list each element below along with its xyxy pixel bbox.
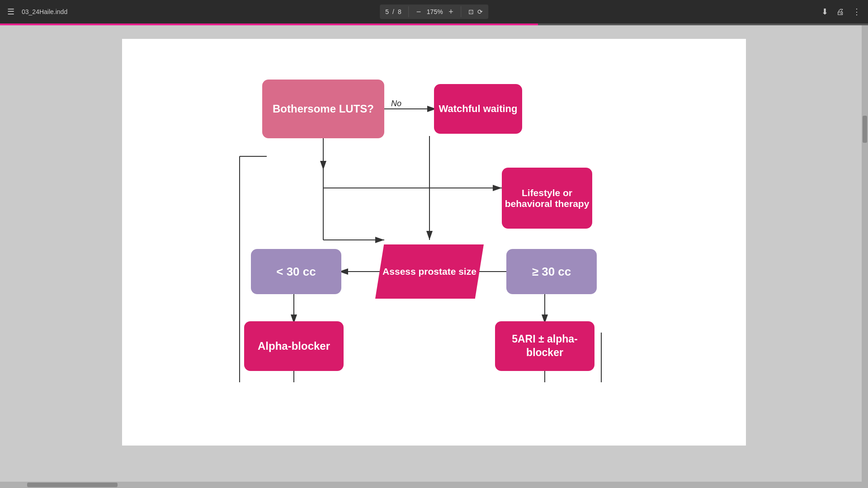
page-current: 5 <box>385 8 389 15</box>
zoom-out-button[interactable]: − <box>416 7 421 17</box>
less-30cc-box: < 30 cc <box>251 249 341 294</box>
toolbar: ☰ 03_24Haile.indd 5 / 8 − 175% + ⊡ ⟳ ⬇ 🖨… <box>0 0 868 23</box>
more-options-icon[interactable]: ⋮ <box>853 7 861 17</box>
scrollbar-bottom[interactable] <box>0 482 868 488</box>
page-total: 8 <box>398 8 401 15</box>
page-navigation: 5 / 8 − 175% + ⊡ ⟳ <box>380 5 488 19</box>
document-page: No Bothersome LUTS? Watchful waiting Lif… <box>122 39 746 446</box>
page-separator: / <box>392 8 394 15</box>
no-label: No <box>391 99 401 108</box>
assess-prostate-box: Assess prostate size <box>375 244 484 299</box>
zoom-controls: − 175% + <box>416 7 453 17</box>
flowchart: No Bothersome LUTS? Watchful waiting Lif… <box>208 66 660 382</box>
zoom-in-button[interactable]: + <box>448 7 453 17</box>
history-icon[interactable]: ⟳ <box>477 8 483 15</box>
lifestyle-therapy-box: Lifestyle or behavioral therapy <box>502 168 592 229</box>
zoom-level: 175% <box>425 8 445 15</box>
main-content: No Bothersome LUTS? Watchful waiting Lif… <box>0 25 868 488</box>
alpha-blocker-box: Alpha-blocker <box>244 321 344 371</box>
fit-page-icon[interactable]: ⊡ <box>468 8 474 15</box>
greater-30cc-box: ≥ 30 cc <box>506 249 597 294</box>
download-icon[interactable]: ⬇ <box>821 7 828 17</box>
5ari-box: 5ARI ± alpha-blocker <box>495 321 594 371</box>
scrollbar-thumb-bottom[interactable] <box>27 483 118 487</box>
scrollbar-thumb-right[interactable] <box>863 116 867 143</box>
watchful-waiting-box: Watchful waiting <box>434 84 522 134</box>
bothersome-luts-box: Bothersome LUTS? <box>262 80 384 138</box>
toolbar-actions: ⬇ 🖨 ⋮ <box>821 7 861 17</box>
print-icon[interactable]: 🖨 <box>836 7 844 17</box>
divider2 <box>461 6 461 17</box>
divider <box>409 6 409 17</box>
filename-label: 03_24Haile.indd <box>22 8 67 15</box>
menu-icon[interactable]: ☰ <box>7 7 14 17</box>
scrollbar-right[interactable] <box>862 25 868 488</box>
